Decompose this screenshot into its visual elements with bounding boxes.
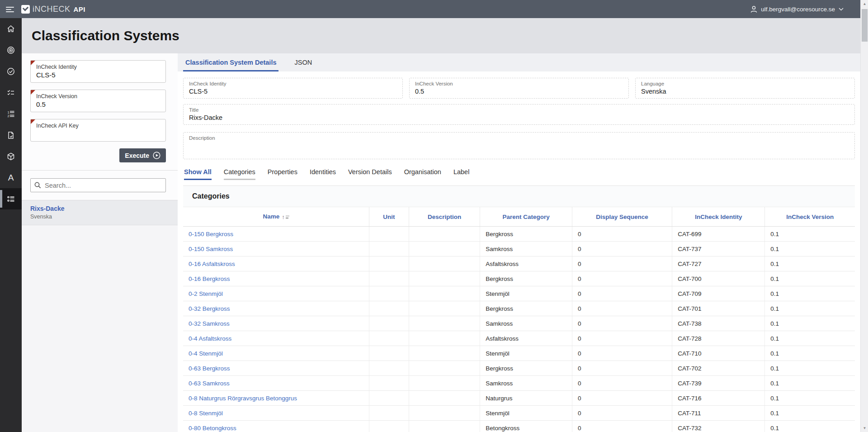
sidebar-item-classification-systems[interactable] — [0, 188, 22, 209]
cell: 0.1 — [765, 286, 855, 301]
cell: 0 — [572, 391, 672, 406]
tab-classification-system-details[interactable]: Classification System Details — [183, 53, 278, 71]
search-input[interactable] — [45, 182, 162, 189]
column-header-parent-category[interactable]: Parent Category — [480, 207, 572, 227]
category-link[interactable]: 0-16 Bergkross — [189, 275, 230, 282]
execute-button[interactable]: Execute — [119, 148, 166, 162]
category-link[interactable]: 0-2 Stenmjöl — [189, 290, 223, 297]
section-tab-properties[interactable]: Properties — [268, 168, 297, 180]
name-cell: 0-150 Bergkross — [183, 227, 369, 242]
category-link[interactable]: 0-63 Bergkross — [189, 365, 230, 372]
detail-incheck-version[interactable]: InCheck Version 0.5 — [409, 78, 629, 99]
scroll-down-arrow-icon[interactable]: ▼ — [861, 424, 868, 432]
scroll-up-arrow-icon[interactable]: ▲ — [861, 0, 868, 8]
section-tab-version-details[interactable]: Version Details — [348, 168, 392, 180]
cell: CAT-738 — [672, 316, 765, 331]
cell: 0 — [572, 376, 672, 391]
cell: CAT-716 — [672, 391, 765, 406]
user-menu[interactable]: ulf.bergvall@coresource.se — [750, 5, 847, 13]
sidebar-item-letter-a[interactable]: A — [0, 167, 22, 188]
category-link[interactable]: 0-8 Stenmjöl — [189, 410, 223, 417]
cell: 0.1 — [765, 391, 855, 406]
sidebar-item-cube[interactable] — [0, 146, 22, 167]
required-marker — [31, 119, 35, 124]
table-row: 0-80 BetongkrossBetongkross0CAT-7320.1 — [183, 421, 855, 432]
cell — [369, 376, 409, 391]
detail-description[interactable]: Description — [183, 132, 855, 159]
column-header-incheck-identity[interactable]: InCheck Identity — [672, 207, 765, 227]
field-value: CLS-5 — [36, 71, 161, 79]
category-link[interactable]: 0-4 Asfaltskross — [189, 335, 231, 342]
category-link[interactable]: 0-4 Stenmjöl — [189, 350, 223, 357]
cell: CAT-710 — [672, 346, 765, 361]
cell: 0.1 — [765, 346, 855, 361]
category-link[interactable]: 0-8 Naturgrus Rörgravsgrus Betonggrus — [189, 395, 297, 402]
incheck-identity-field[interactable]: InCheck Identity CLS-5 — [30, 60, 166, 83]
category-link[interactable]: 0-150 Samkross — [189, 246, 233, 252]
cell: Samkross — [480, 316, 572, 331]
category-link[interactable]: 0-32 Bergkross — [189, 305, 230, 312]
cell: 0.1 — [765, 256, 855, 271]
sidebar-item-document-check[interactable] — [0, 124, 22, 146]
section-tab-show-all[interactable]: Show All — [184, 168, 212, 180]
cell: Samkross — [480, 376, 572, 391]
cell: CAT-737 — [672, 242, 765, 256]
category-link[interactable]: 0-63 Samkross — [189, 380, 230, 387]
section-tab-identities[interactable]: Identities — [310, 168, 336, 180]
sidebar-item-check-circle[interactable] — [0, 61, 22, 82]
search-box[interactable] — [30, 178, 166, 192]
tab-json[interactable]: JSON — [292, 53, 314, 71]
column-header-display-sequence[interactable]: Display Sequence — [572, 207, 672, 227]
sidebar-item-checklist[interactable] — [0, 82, 22, 103]
detail-language[interactable]: Language Svenska — [635, 78, 855, 99]
cell: 0 — [572, 346, 672, 361]
table-row: 0-150 BergkrossBergkross0CAT-6990.1 — [183, 227, 855, 242]
cell — [369, 227, 409, 242]
cell: Bergkross — [480, 271, 572, 286]
table-header-row: Name↑ Unit Description Parent Category D… — [183, 207, 855, 227]
cell: Asfaltskross — [480, 256, 572, 271]
cell — [409, 406, 480, 421]
sidebar-item-home[interactable] — [0, 18, 22, 39]
cell: CAT-700 — [672, 271, 765, 286]
category-link[interactable]: 0-150 Bergkross — [189, 231, 233, 237]
name-cell: 0-2 Stenmjöl — [183, 286, 369, 301]
cell: 0 — [572, 421, 672, 432]
cell: 0.1 — [765, 301, 855, 316]
detail-title[interactable]: Title Rixs-Dacke — [183, 104, 855, 125]
cell — [409, 361, 480, 376]
section-tab-categories[interactable]: Categories — [224, 168, 255, 180]
section-tab-organisation[interactable]: Organisation — [404, 168, 441, 180]
detail-incheck-identity[interactable]: InCheck Identity CLS-5 — [183, 78, 403, 99]
cell: 0.1 — [765, 316, 855, 331]
sidebar-item-numbered-list[interactable]: 1 2 — [0, 103, 22, 124]
incheck-version-field[interactable]: InCheck Version 0.5 — [30, 90, 166, 112]
column-header-unit[interactable]: Unit — [369, 207, 409, 227]
name-cell: 0-150 Samkross — [183, 242, 369, 256]
vertical-scrollbar[interactable]: ▲ ▼ — [860, 0, 868, 432]
name-cell: 0-32 Bergkross — [183, 301, 369, 316]
cell — [409, 391, 480, 406]
hamburger-menu-icon[interactable] — [6, 6, 16, 12]
scrollbar-thumb[interactable] — [862, 9, 868, 42]
column-header-name[interactable]: Name↑ — [183, 207, 369, 227]
category-link[interactable]: 0-16 Asfaltskross — [189, 261, 235, 267]
incheck-api-key-field[interactable]: InCheck API Key — [30, 119, 166, 142]
cell: Samkross — [480, 242, 572, 256]
sidebar-item-target[interactable] — [0, 39, 22, 61]
cell — [369, 406, 409, 421]
name-cell: 0-63 Samkross — [183, 376, 369, 391]
tab-bar: Classification System Details JSON — [178, 53, 860, 71]
field-label: InCheck API Key — [36, 123, 161, 129]
column-header-description[interactable]: Description — [409, 207, 480, 227]
table-row: 0-4 StenmjölStenmjöl0CAT-7100.1 — [183, 346, 855, 361]
category-link[interactable]: 0-32 Samkross — [189, 320, 230, 327]
list-item[interactable]: Rixs-Dacke Svenska — [22, 200, 178, 225]
chevron-down-icon — [839, 8, 844, 11]
section-tab-label[interactable]: Label — [453, 168, 469, 180]
category-link[interactable]: 0-80 Betongkross — [189, 425, 236, 432]
column-header-incheck-version[interactable]: InCheck Version — [765, 207, 855, 227]
target-icon — [6, 46, 15, 55]
name-cell: 0-32 Samkross — [183, 316, 369, 331]
field-label: InCheck Identity — [36, 64, 161, 70]
